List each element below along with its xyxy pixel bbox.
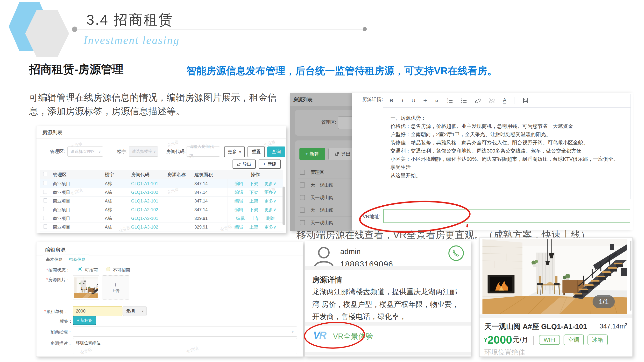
edit-link[interactable]: 编辑 bbox=[234, 198, 243, 204]
plus-icon: + bbox=[114, 282, 117, 288]
vr-logo-r: R bbox=[319, 330, 326, 341]
room-code-link[interactable]: GLQ1-A1-102 bbox=[131, 190, 158, 195]
room-code-filter-input[interactable]: 请输入房间代码 bbox=[186, 146, 220, 157]
dim-table-row[interactable]: 天一观山阅 bbox=[298, 204, 352, 216]
table-row[interactable]: 商业项目 A栋 GLQ1-A2-102 347.14 编辑下架更多∨ bbox=[40, 205, 283, 214]
export-button[interactable]: 导出 bbox=[232, 160, 256, 169]
photo-count-badge: 1/1 bbox=[592, 295, 615, 308]
row-checkbox[interactable] bbox=[43, 198, 47, 202]
edit-link[interactable]: 编辑 bbox=[234, 207, 243, 213]
shelf-link[interactable]: 上架 bbox=[250, 224, 258, 230]
underline-icon[interactable]: U bbox=[412, 98, 415, 103]
call-button[interactable] bbox=[448, 245, 464, 261]
house-photo-thumbnail bbox=[73, 275, 99, 300]
new-button-label: 新建 bbox=[268, 161, 276, 167]
vr-address-input[interactable] bbox=[384, 209, 630, 223]
manager-select[interactable]: ∨ bbox=[73, 327, 297, 337]
unlink-icon[interactable] bbox=[489, 98, 495, 103]
delete-link[interactable]: 删除 bbox=[266, 216, 275, 221]
vr-panorama-link[interactable]: VR全景体验 bbox=[333, 331, 373, 342]
shelf-link[interactable]: 上架 bbox=[250, 198, 258, 204]
dim-row-checkbox[interactable] bbox=[300, 195, 305, 200]
tab-invest-info[interactable]: 招商信息 bbox=[66, 255, 89, 264]
row-checkbox[interactable] bbox=[43, 181, 47, 185]
dim-row-checkbox[interactable] bbox=[300, 220, 305, 225]
shelf-link[interactable]: 下架 bbox=[250, 207, 258, 213]
dim-table-row[interactable]: 天一观山阅 bbox=[298, 179, 352, 191]
price-label: *预租单价： bbox=[44, 309, 68, 315]
more-link[interactable]: 更多∨ bbox=[264, 189, 276, 195]
tab-basic-info[interactable]: 基本信息 bbox=[43, 255, 66, 264]
more-link[interactable]: 更多∨ bbox=[264, 198, 276, 204]
more-link[interactable]: 更多∨ bbox=[264, 224, 276, 230]
dim-export-button[interactable]: 导出 bbox=[328, 148, 352, 160]
room-code-link[interactable]: GLQ1-A2-102 bbox=[131, 207, 158, 212]
room-code-link[interactable]: GLQ1-A1-101 bbox=[131, 181, 158, 186]
row-checkbox[interactable] bbox=[43, 190, 47, 194]
required-mark: * bbox=[44, 309, 46, 314]
room-code-link[interactable]: GLQ1-A3-102 bbox=[131, 224, 158, 230]
description-textarea[interactable]: 环境位置绝佳 bbox=[73, 338, 297, 354]
price-unit-select[interactable]: 元/月 ▾ bbox=[123, 306, 146, 316]
link-icon[interactable] bbox=[475, 98, 481, 103]
more-link[interactable]: 更多∨ bbox=[264, 181, 276, 187]
select-all-checkbox[interactable] bbox=[43, 172, 47, 176]
list-panel-title: 房源列表 bbox=[42, 129, 62, 136]
price-input[interactable]: 2000 bbox=[73, 306, 122, 316]
text-color-icon[interactable]: A bbox=[503, 97, 506, 104]
richtext-content[interactable]: 一、房源优势： 价格优：急售房源，价格超低。业主发现商机，急需用钱。可为您节省一… bbox=[383, 108, 631, 199]
upload-box[interactable]: + 上传 bbox=[102, 275, 129, 300]
table-row[interactable]: 商业项目 A栋 GLQ1-A3-101 329.91 编辑上架删除 bbox=[40, 214, 283, 223]
dim-row-checkbox[interactable] bbox=[300, 182, 305, 188]
reset-button-label: 重置 bbox=[252, 149, 261, 155]
shelf-link[interactable]: 上架 bbox=[251, 216, 260, 221]
dim-area-input[interactable] bbox=[338, 116, 352, 129]
dim-select-all-checkbox[interactable] bbox=[300, 170, 305, 175]
scrollbar[interactable] bbox=[630, 241, 632, 311]
radio-not-leasable[interactable] bbox=[106, 267, 110, 271]
row-checkbox[interactable] bbox=[43, 216, 47, 220]
shelf-link[interactable]: 下架 bbox=[250, 181, 258, 187]
dim-filter-card: 管理区: bbox=[295, 110, 352, 136]
dim-row-checkbox[interactable] bbox=[300, 208, 305, 213]
cell-size: 347.14 bbox=[194, 198, 208, 203]
new-button[interactable]: + 新建 bbox=[258, 160, 281, 169]
unordered-list-icon[interactable] bbox=[461, 98, 467, 103]
content-line: 小区美：小区环境幽静，绿化率达60%。周边京客隆超市，飘香阁饭庄，台球KTV俱乐… bbox=[390, 155, 623, 171]
edit-link[interactable]: 编辑 bbox=[236, 216, 245, 221]
reset-button[interactable]: 重置 bbox=[248, 146, 265, 157]
table-row[interactable]: 商业项目 A栋 GLQ1-A1-101 347.14 编辑下架更多∨ bbox=[40, 179, 283, 188]
cell-area: 商业项目 bbox=[53, 207, 70, 213]
room-code-link[interactable]: GLQ1-A2-101 bbox=[131, 198, 158, 203]
ordered-list-icon[interactable]: 123 bbox=[447, 98, 453, 103]
dim-table-row[interactable]: 天一观山阅 bbox=[298, 216, 352, 229]
edit-link[interactable]: 编辑 bbox=[234, 224, 243, 230]
dim-new-button[interactable]: + 新建 bbox=[300, 148, 325, 160]
edit-link[interactable]: 编辑 bbox=[234, 181, 243, 187]
edit-link[interactable]: 编辑 bbox=[234, 189, 243, 195]
dim-table-row[interactable]: 天一观山阅 bbox=[298, 191, 352, 204]
italic-icon[interactable]: I bbox=[402, 98, 403, 103]
more-filters-button[interactable]: 更多 ∨ bbox=[224, 146, 245, 157]
radio-leasable-selected[interactable] bbox=[78, 267, 82, 271]
search-button[interactable]: 查询 bbox=[267, 146, 285, 157]
insert-image-icon[interactable] bbox=[523, 98, 528, 103]
bold-icon[interactable]: B bbox=[390, 98, 393, 103]
scrollbar[interactable] bbox=[282, 187, 285, 225]
status-label: *招商状态： bbox=[46, 267, 70, 273]
radio-not-leasable-label: 不可招商 bbox=[113, 267, 130, 273]
dim-table-row[interactable]: 天一观山阅 bbox=[298, 229, 352, 231]
shelf-link[interactable]: 下架 bbox=[250, 189, 258, 195]
room-code-link[interactable]: GLQ1-A3-101 bbox=[131, 216, 158, 221]
table-row[interactable]: 商业项目 A栋 GLQ1-A1-102 347.14 编辑下架更多∨ bbox=[40, 188, 283, 197]
row-checkbox[interactable] bbox=[43, 207, 47, 211]
more-link[interactable]: 更多∨ bbox=[264, 207, 276, 213]
strikethrough-icon[interactable]: T bbox=[424, 98, 427, 103]
table-row[interactable]: 商业项目 A栋 GLQ1-A3-102 329.91 编辑上架更多∨ bbox=[40, 223, 283, 231]
area-filter-select[interactable]: 请选择管理区 ∨ bbox=[67, 146, 103, 157]
table-row[interactable]: 商业项目 A栋 GLQ1-A2-101 347.14 编辑上架更多∨ bbox=[40, 197, 283, 205]
new-tag-button[interactable]: + 新标签 bbox=[73, 316, 96, 325]
blockquote-icon[interactable]: “ bbox=[435, 98, 439, 106]
building-filter-select[interactable]: 请选择楼宇 ∨ bbox=[129, 146, 158, 157]
row-checkbox[interactable] bbox=[43, 224, 47, 229]
